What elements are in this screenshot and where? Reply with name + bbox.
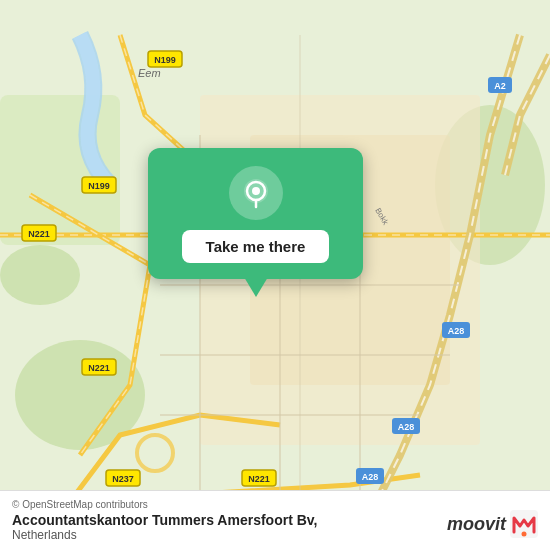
take-me-there-button[interactable]: Take me there [182,230,330,263]
copyright-text: © OpenStreetMap contributors [12,499,538,510]
svg-text:N221: N221 [88,363,110,373]
svg-point-42 [252,187,260,195]
svg-point-4 [0,245,80,305]
location-pin-icon [240,177,272,209]
moovit-wordmark: moovit [447,514,506,535]
svg-text:A28: A28 [448,326,465,336]
location-pin-circle [229,166,283,220]
svg-text:N237: N237 [112,474,134,484]
svg-text:A2: A2 [494,81,506,91]
map-container: Eem N199 N199 N221 N221 N221 N237 A28 A2… [0,0,550,550]
svg-text:A28: A28 [398,422,415,432]
moovit-icon [510,510,538,538]
svg-text:A28: A28 [362,472,379,482]
moovit-logo: moovit [447,510,538,538]
svg-text:N221: N221 [248,474,270,484]
footer-bar: © OpenStreetMap contributors Accountants… [0,490,550,550]
svg-text:N199: N199 [154,55,176,65]
svg-point-44 [522,532,527,537]
popup-card: Take me there [148,148,363,279]
svg-text:Eem: Eem [138,67,161,79]
svg-text:N199: N199 [88,181,110,191]
svg-text:N221: N221 [28,229,50,239]
